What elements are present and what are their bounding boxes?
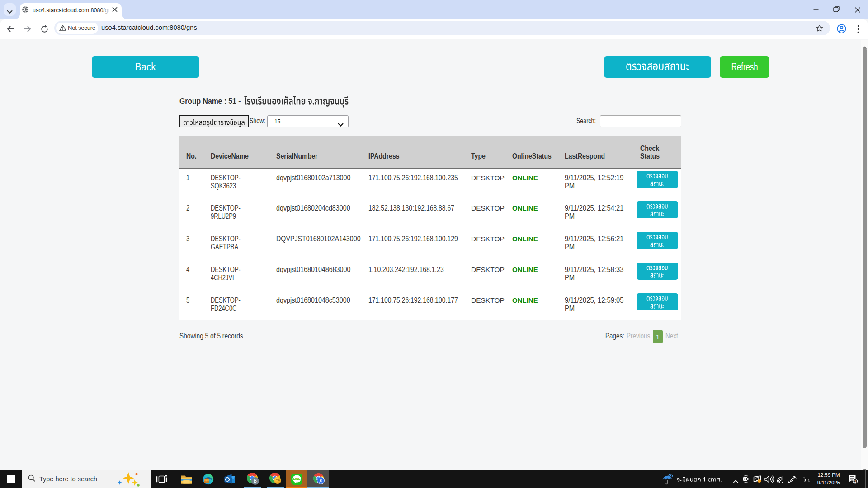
svg-text:1: 1 [854,479,856,483]
svg-text:LINE: LINE [293,477,300,480]
